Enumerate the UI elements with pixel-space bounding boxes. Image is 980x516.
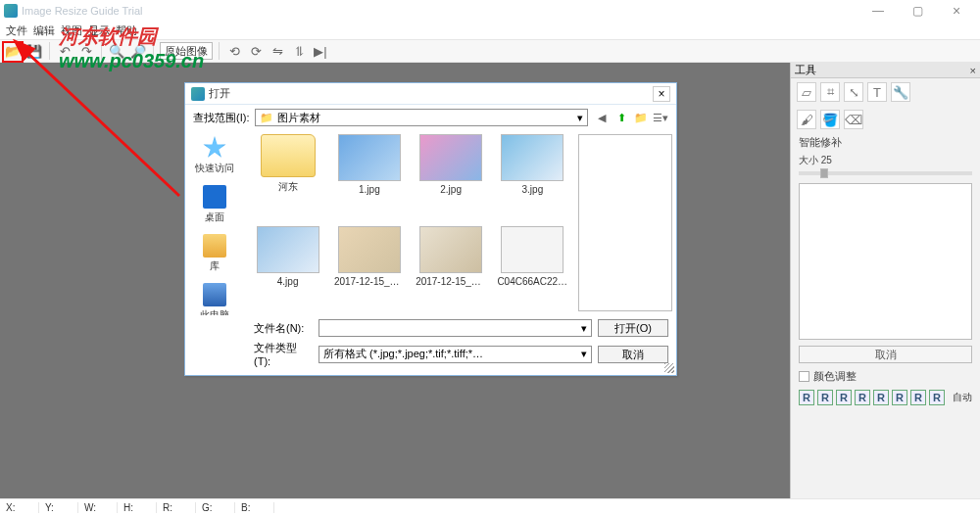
sample-icon[interactable]: R	[929, 390, 945, 405]
tool-grid-icon[interactable]: ⌗	[820, 82, 840, 102]
resize-grip[interactable]	[664, 363, 674, 373]
open-dialog: 打开 × 查找范围(I): 📁图片素材 ▾ ◀ ⬆ 📁 ☰▾ 快速访问 桌面 库…	[184, 82, 677, 376]
back-icon[interactable]: ◀	[594, 110, 610, 125]
undo-icon[interactable]: ↶	[56, 42, 74, 60]
status-x: X:	[0, 502, 39, 513]
chevron-down-icon: ▾	[577, 112, 583, 124]
file-item[interactable]: 4.jpg	[248, 226, 327, 314]
tool-resize-icon[interactable]: ⤡	[844, 82, 863, 102]
file-item[interactable]: 1.jpg	[329, 134, 409, 222]
menu-view[interactable]: 视图	[61, 23, 82, 38]
slider-thumb[interactable]	[820, 168, 828, 178]
lookin-value: 图片素材	[277, 111, 320, 125]
toolbar: 📂 💾 ↶ ↷ 🔍 🔎 原始图像 ⟲ ⟳ ⇋ ⥮ ▶|	[0, 39, 980, 63]
chevron-down-icon: ▾	[581, 348, 587, 360]
file-name: 2.jpg	[440, 184, 462, 195]
maximize-button[interactable]: ▢	[898, 0, 937, 22]
minimize-button[interactable]: —	[858, 0, 898, 22]
sample-icon[interactable]: R	[910, 390, 926, 405]
views-icon[interactable]: ☰▾	[653, 110, 668, 125]
file-item[interactable]: 河东	[248, 134, 327, 222]
sample-icon[interactable]: R	[836, 390, 852, 405]
status-g: G:	[196, 502, 235, 513]
zoom-in-icon[interactable]: 🔍	[108, 42, 125, 60]
dialog-close-icon[interactable]: ×	[653, 86, 670, 102]
image-thumb	[338, 226, 401, 273]
close-button[interactable]: ×	[937, 0, 976, 22]
auto-label: 自动	[953, 391, 972, 404]
flip-vertical-icon[interactable]: ⥮	[290, 42, 308, 60]
redo-icon[interactable]: ↷	[77, 42, 95, 60]
dialog-app-icon	[191, 87, 205, 101]
menu-help[interactable]: 帮助	[116, 23, 137, 38]
tool-brush-icon[interactable]: 🪣	[820, 110, 840, 129]
lookin-select[interactable]: 📁图片素材 ▾	[255, 109, 588, 126]
sample-icon[interactable]: R	[892, 390, 907, 405]
menu-file[interactable]: 文件	[6, 23, 27, 38]
image-thumb	[338, 134, 401, 181]
pc-icon	[203, 283, 226, 306]
cancel-button[interactable]: 取消	[799, 346, 972, 363]
file-item[interactable]: 2.jpg	[412, 134, 491, 222]
folder-icon: 📁	[260, 112, 273, 124]
size-slider[interactable]	[799, 171, 972, 175]
file-list: 河东 1.jpg 2.jpg 3.jpg 4.jpg 2017-12-15_16…	[248, 134, 572, 311]
file-item[interactable]: C04C66AC2219...	[493, 226, 572, 314]
sample-icon[interactable]: R	[873, 390, 889, 405]
file-name: 1.jpg	[359, 184, 380, 195]
file-name: 2017-12-15_16...	[334, 276, 405, 287]
sample-icon[interactable]: R	[817, 390, 833, 405]
dialog-titlebar: 打开 ×	[185, 83, 676, 105]
dialog-title: 打开	[209, 86, 653, 101]
file-item[interactable]: 2017-12-15_16...	[412, 226, 491, 314]
open-button[interactable]: 打开(O)	[598, 319, 668, 337]
rotate-right-icon[interactable]: ⟳	[247, 42, 265, 60]
image-thumb	[257, 226, 319, 273]
sample-icon[interactable]: R	[855, 390, 870, 405]
new-folder-icon[interactable]: 📁	[633, 110, 649, 125]
filetype-value: 所有格式 (*.jpg;*.jpeg;*.tif;*.tiff;*…	[323, 347, 483, 361]
preview-pane	[799, 183, 972, 340]
zoom-out-icon[interactable]: 🔎	[129, 42, 147, 60]
rotate-left-icon[interactable]: ⟲	[225, 42, 243, 60]
place-label: 库	[210, 259, 220, 273]
menu-edit[interactable]: 编辑	[33, 23, 55, 38]
file-item[interactable]: 2017-12-15_16...	[329, 226, 409, 314]
desktop-icon	[203, 185, 226, 209]
sample-icon[interactable]: R	[799, 390, 814, 405]
up-icon[interactable]: ⬆	[613, 110, 629, 125]
place-this-pc[interactable]: 此电脑	[200, 283, 229, 315]
tools-panel-close-icon[interactable]: ×	[970, 65, 976, 76]
filetype-select[interactable]: 所有格式 (*.jpg;*.jpeg;*.tif;*.tiff;*…▾	[318, 346, 592, 363]
original-image-button[interactable]: 原始图像	[160, 42, 213, 60]
dialog-cancel-button[interactable]: 取消	[598, 346, 668, 363]
separator	[49, 42, 50, 60]
filename-input[interactable]: ▾	[318, 319, 592, 337]
app-icon	[4, 4, 18, 18]
file-name: C04C66AC2219...	[497, 276, 567, 287]
tool-eraser-icon[interactable]: ⌫	[844, 110, 863, 129]
place-quick-access[interactable]: 快速访问	[195, 136, 234, 175]
tool-text-icon[interactable]: T	[867, 82, 887, 102]
place-library[interactable]: 库	[203, 234, 226, 273]
chevron-down-icon: ▾	[581, 322, 587, 335]
separator	[153, 42, 154, 60]
image-thumb	[419, 134, 482, 181]
section-smart-patch: 智能修补	[791, 133, 980, 152]
tool-wrench-icon[interactable]: 🔧	[891, 82, 910, 102]
file-item[interactable]: 3.jpg	[493, 134, 572, 222]
next-icon[interactable]: ▶|	[312, 42, 329, 60]
open-icon[interactable]: 📂	[4, 42, 22, 60]
tool-crop-icon[interactable]: ▱	[797, 82, 816, 102]
flip-horizontal-icon[interactable]: ⇋	[269, 42, 286, 60]
star-icon	[203, 136, 226, 160]
place-desktop[interactable]: 桌面	[203, 185, 226, 224]
place-label: 桌面	[205, 211, 224, 224]
menu-show[interactable]: 显示	[88, 23, 110, 38]
tool-paint-icon[interactable]: 🖌	[797, 110, 816, 129]
save-icon[interactable]: 💾	[25, 42, 43, 60]
file-name: 2017-12-15_16...	[416, 276, 486, 287]
status-b: B:	[235, 502, 274, 513]
color-adjust-checkbox[interactable]	[799, 371, 809, 382]
lookin-label: 查找范围(I):	[193, 111, 249, 125]
